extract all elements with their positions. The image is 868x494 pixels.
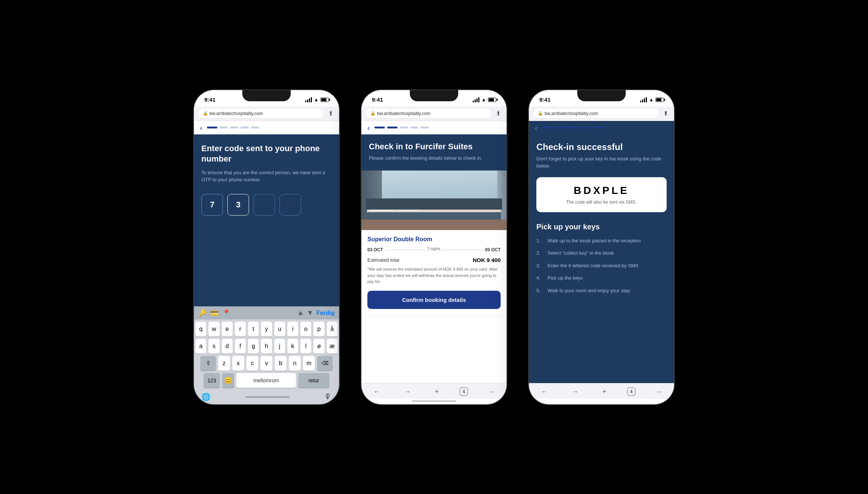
key-k[interactable]: k	[287, 339, 298, 354]
status-time-3: 9:41	[539, 96, 551, 103]
notch-2	[410, 90, 458, 101]
kb-nav-down[interactable]: ▼	[307, 309, 313, 317]
notch-1	[242, 90, 291, 101]
key-g[interactable]: g	[248, 339, 259, 354]
key-i[interactable]: i	[287, 322, 298, 337]
url-bar-2[interactable]: 🔒 bw.arribatechospitality.com	[366, 109, 491, 118]
key-o[interactable]: o	[300, 322, 311, 337]
key-j[interactable]: j	[274, 339, 285, 354]
lock-icon-1: 🔒	[203, 111, 208, 116]
keyboard-toolbar: 🔑 💳 📍 ▲ ▼ Ferdig	[194, 307, 339, 319]
kb-nav-up[interactable]: ▲	[297, 309, 304, 317]
home-indicator-2	[412, 400, 456, 402]
battery-icon-2	[488, 98, 496, 102]
key-aa[interactable]: å	[327, 322, 338, 337]
otp-description: To ensure that you are the correct perso…	[201, 169, 332, 184]
key-t[interactable]: t	[248, 322, 259, 337]
phone-3: 9:41 ▲ 🔒 bw	[529, 90, 674, 404]
success-content: Check-in successful Don't forget to pick…	[529, 134, 674, 383]
more-btn-2[interactable]: ···	[486, 386, 498, 397]
step-text-4: Pick up the keys	[548, 274, 583, 282]
tab-count-2[interactable]: 4	[460, 388, 468, 396]
wifi-icon-2: ▲	[481, 97, 486, 102]
key-e[interactable]: e	[222, 322, 233, 337]
back-btn-1[interactable]: ‹	[200, 124, 202, 131]
back-btn-2[interactable]: ‹	[367, 124, 370, 131]
key-f[interactable]: f	[235, 339, 246, 354]
url-bar-3[interactable]: 🔒 bw.arribatechospitality.com	[533, 109, 659, 118]
back-nav-btn-3[interactable]: ←	[538, 386, 551, 397]
confirm-booking-btn[interactable]: Confirm booking details	[367, 291, 501, 309]
browser-bottom-2: ← → + 4 ···	[361, 383, 507, 399]
key-y[interactable]: y	[261, 322, 272, 337]
url-text-2: bw.arribatechospitality.com	[377, 111, 430, 116]
key-x[interactable]: x	[232, 356, 244, 371]
forward-nav-btn-3[interactable]: →	[569, 386, 581, 397]
key-ae[interactable]: æ	[327, 339, 338, 354]
signal-icon-3	[640, 97, 647, 102]
key-delete[interactable]: ⌫	[317, 356, 333, 371]
step-num-3: 3.	[536, 262, 544, 270]
share-btn-2[interactable]: ⬆	[494, 109, 502, 118]
otp-box-2[interactable]: 3	[227, 194, 249, 216]
code-sms-note: The code will also be sent via SMS.	[544, 200, 659, 205]
progress-dot-2-5	[421, 127, 429, 128]
nights-label: 2 nights	[426, 247, 441, 251]
key-d[interactable]: d	[222, 339, 233, 354]
key-n[interactable]: n	[289, 356, 301, 371]
key-return[interactable]: retur	[298, 373, 329, 388]
share-btn-1[interactable]: ⬆	[327, 109, 335, 118]
browser-bar-1: 🔒 bw.arribatechospitality.com ⬆	[194, 106, 339, 121]
key-m[interactable]: m	[303, 356, 315, 371]
key-v[interactable]: v	[261, 356, 272, 371]
add-tab-btn-3[interactable]: +	[599, 386, 609, 397]
otp-box-3[interactable]	[253, 194, 275, 216]
mic-icon-1[interactable]: 🎙	[324, 392, 332, 401]
status-icons-1: ▲	[305, 97, 329, 102]
key-shift[interactable]: ⇧	[200, 356, 216, 371]
progress-dot-2-3	[400, 127, 408, 128]
key-l[interactable]: l	[300, 339, 311, 354]
key-z[interactable]: z	[218, 356, 230, 371]
key-oe[interactable]: ø	[313, 339, 324, 354]
globe-icon-1[interactable]: 🌐	[201, 392, 211, 401]
share-btn-3[interactable]: ⬆	[662, 109, 670, 118]
tab-count-3[interactable]: 4	[627, 388, 635, 396]
key-123[interactable]: 123	[204, 373, 220, 388]
signal-icon-1	[305, 97, 312, 102]
kb-done-btn[interactable]: Ferdig	[316, 310, 335, 316]
lock-icon-2: 🔒	[370, 111, 376, 116]
disclaimer-text: *We will reserve the estimated amount of…	[367, 266, 501, 285]
key-c[interactable]: c	[246, 356, 258, 371]
key-a[interactable]: a	[195, 339, 206, 354]
browser-bar-3: 🔒 bw.arribatechospitality.com ⬆	[529, 106, 674, 121]
status-time-2: 9:41	[372, 96, 383, 103]
more-btn-3[interactable]: ···	[654, 386, 665, 397]
photo-bg	[361, 170, 507, 230]
key-h[interactable]: h	[261, 339, 272, 354]
key-u[interactable]: u	[274, 322, 285, 337]
url-bar-1[interactable]: 🔒 bw.arribatechospitality.com	[198, 109, 324, 118]
back-nav-btn-2[interactable]: ←	[370, 386, 383, 397]
otp-inputs: 7 3	[201, 194, 332, 216]
otp-box-1[interactable]: 7	[201, 194, 223, 216]
progress-dot-1-1	[207, 127, 217, 128]
home-indicator-3	[579, 400, 624, 402]
browser-bar-2: 🔒 bw.arribatechospitality.com ⬆	[361, 106, 507, 121]
nav-area-1: ‹	[194, 121, 339, 134]
key-space[interactable]: mellomrom	[236, 373, 296, 388]
back-btn-3[interactable]: ‹	[535, 124, 537, 131]
otp-box-4[interactable]	[280, 194, 301, 216]
forward-nav-btn-2[interactable]: →	[401, 386, 414, 397]
checkin-body: Superior Double Room 03 OCT 2 nights 05 …	[361, 170, 507, 383]
url-text-3: bw.arribatechospitality.com	[545, 111, 598, 116]
room-photo	[361, 170, 507, 230]
add-tab-btn-2[interactable]: +	[432, 386, 442, 397]
key-q[interactable]: q	[195, 322, 206, 337]
key-emoji[interactable]: 😊	[222, 373, 234, 388]
key-w[interactable]: w	[208, 322, 219, 337]
key-p[interactable]: p	[313, 322, 324, 337]
key-b[interactable]: b	[275, 356, 287, 371]
key-s[interactable]: s	[208, 339, 219, 354]
key-r[interactable]: r	[235, 322, 246, 337]
